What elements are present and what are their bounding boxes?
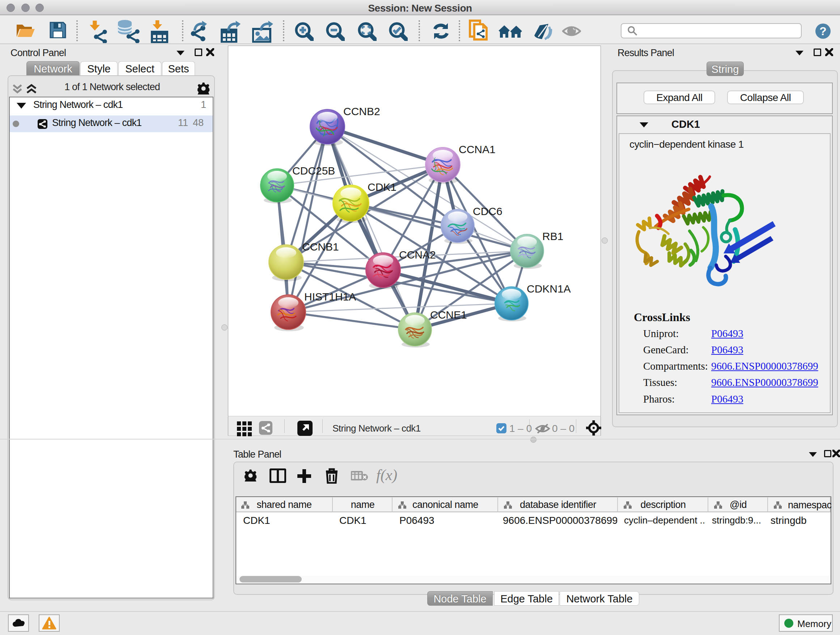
svg-text:CCNA1: CCNA1 bbox=[459, 143, 496, 155]
svg-text:CDC6: CDC6 bbox=[473, 205, 502, 217]
svg-text:CDKN1A: CDKN1A bbox=[527, 283, 571, 295]
svg-text:?: ? bbox=[819, 25, 827, 38]
svg-text:CDC25B: CDC25B bbox=[292, 165, 335, 177]
svg-text:HIST1H1A: HIST1H1A bbox=[304, 291, 356, 302]
svg-text:RB1: RB1 bbox=[542, 230, 563, 242]
svg-text:CCNE1: CCNE1 bbox=[430, 309, 467, 321]
svg-text:CDK1: CDK1 bbox=[368, 181, 396, 193]
svg-text:CCNB1: CCNB1 bbox=[302, 241, 339, 253]
svg-text:CCNA2: CCNA2 bbox=[399, 249, 436, 261]
svg-text:CCNB2: CCNB2 bbox=[343, 105, 380, 117]
